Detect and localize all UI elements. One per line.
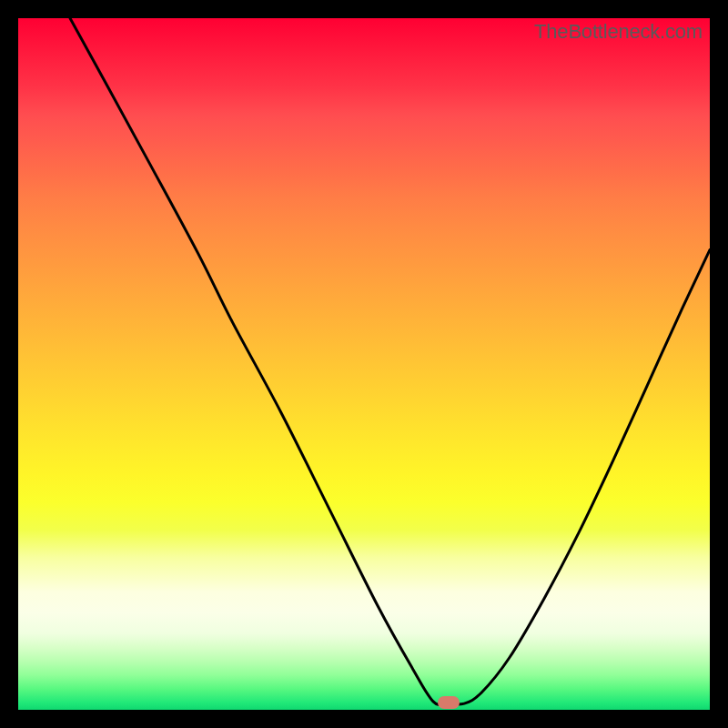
optimal-marker [438,696,460,709]
chart-container: TheBottleneck.com [0,0,728,728]
curve-path [70,18,710,704]
plot-area: TheBottleneck.com [18,18,710,710]
bottleneck-curve [18,18,710,710]
